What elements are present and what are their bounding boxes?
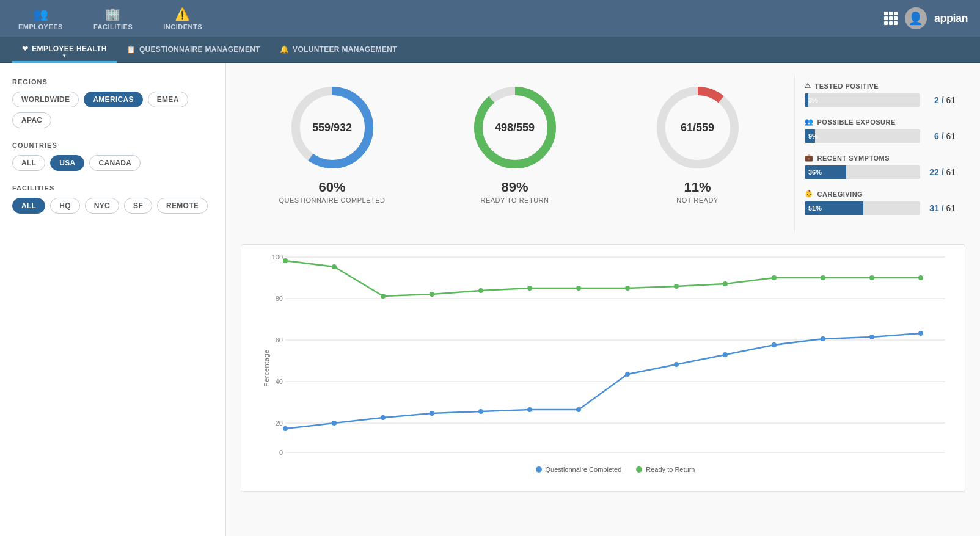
stat-caregiving-bg: 51%	[805, 201, 920, 215]
svg-text:11. May: 11. May	[323, 458, 345, 458]
line-chart: 100 80 60 40 20 0 10. May 11. May 12. Ma…	[272, 251, 959, 458]
nav-questionnaire-mgmt[interactable]: 📋 QUESTIONNAIRE MANAGEMENT	[117, 36, 270, 63]
stat-possible-exposure: 👥 POSSIBLE EXPOSURE 9% 6 / 61	[805, 118, 956, 143]
donut2-fraction: 498/559	[495, 121, 535, 134]
top-nav-items: 👥 EMPLOYEES 🏢 FACILITIES ⚠️ INCIDENTS	[12, 2, 884, 35]
legend-ready-label: Ready to Return	[646, 466, 695, 473]
blue-dot	[478, 409, 483, 414]
svg-text:13. May: 13. May	[421, 458, 443, 458]
svg-text:60: 60	[276, 336, 283, 344]
blue-dot	[430, 411, 434, 416]
incidents-icon: ⚠️	[175, 7, 191, 21]
donut-questionnaire-chart: 559/932	[287, 82, 378, 173]
blue-dot	[283, 426, 288, 431]
facility-remote[interactable]: REMOTE	[157, 198, 208, 214]
legend-questionnaire-label: Questionnaire Completed	[546, 466, 622, 473]
user-avatar[interactable]: 👤	[905, 7, 927, 29]
green-dot	[332, 264, 337, 269]
stat-tested-row: 3% 2 / 61	[805, 93, 956, 107]
stat-caregiving-value: 31 / 61	[925, 203, 956, 213]
main-layout: REGIONS WORLDWIDE AMERICAS EMEA APAC COU…	[0, 63, 980, 536]
stat-symptoms-header: 💼 RECENT SYMPTOMS	[805, 154, 956, 162]
country-all[interactable]: ALL	[12, 155, 45, 171]
svg-text:17. May: 17. May	[616, 458, 638, 458]
heart-icon: ❤	[22, 45, 28, 53]
region-americas[interactable]: AMERICAS	[84, 92, 142, 107]
stat-symptoms-value: 22 / 61	[925, 167, 956, 177]
donut1-label: QUESTIONNAIRE COMPLETED	[279, 197, 385, 204]
green-dot	[821, 275, 825, 280]
svg-text:100: 100	[272, 253, 283, 261]
stat-exposure-fill: 9%	[805, 129, 815, 143]
stat-exposure-bg: 9%	[805, 129, 920, 143]
region-emea[interactable]: EMEA	[148, 92, 188, 107]
green-line	[285, 261, 921, 296]
blue-dot	[527, 407, 532, 412]
legend-questionnaire-dot	[536, 466, 542, 473]
nav-employee-health[interactable]: ❤ EMPLOYEE HEALTH ▼	[12, 36, 117, 63]
regions-title: REGIONS	[12, 78, 213, 85]
stat-caregiving-row: 51% 31 / 61	[805, 201, 956, 215]
chart-legend: Questionnaire Completed Ready to Return	[272, 466, 959, 473]
stat-exposure-value: 6 / 61	[925, 131, 956, 141]
blue-dot	[381, 415, 386, 420]
donut-ready-chart: 498/559	[469, 82, 561, 173]
nav-employee-health-label: EMPLOYEE HEALTH	[32, 45, 106, 53]
svg-text:21. May: 21. May	[812, 458, 834, 458]
region-apac[interactable]: APAC	[12, 112, 51, 128]
countries-buttons: ALL USA CANADA	[12, 155, 213, 171]
nav-facilities[interactable]: 🏢 FACILITIES	[87, 2, 139, 35]
donut1-fraction: 559/932	[312, 121, 352, 134]
dropdown-arrow-icon: ▼	[62, 53, 67, 59]
avatar-icon: 👤	[908, 11, 923, 26]
svg-text:22. May: 22. May	[861, 458, 883, 458]
blue-dot	[723, 352, 728, 357]
stat-caregiving-header: 👶 CAREGIVING	[805, 190, 956, 198]
legend-ready: Ready to Return	[636, 466, 695, 473]
facility-hq[interactable]: HQ	[50, 198, 80, 214]
stat-caregiving: 👶 CAREGIVING 51% 31 / 61	[805, 190, 956, 215]
charts-row: 559/932 60% QUESTIONNAIRE COMPLETED 498/…	[241, 76, 965, 232]
nav-incidents[interactable]: ⚠️ INCIDENTS	[157, 2, 208, 35]
stat-symptoms-row: 36% 22 / 61	[805, 165, 956, 179]
top-nav: 👥 EMPLOYEES 🏢 FACILITIES ⚠️ INCIDENTS 👤 …	[0, 0, 980, 37]
content-area: 559/932 60% QUESTIONNAIRE COMPLETED 498/…	[226, 63, 980, 536]
facility-nyc[interactable]: NYC	[85, 198, 119, 214]
green-dot	[283, 258, 288, 263]
donut-notready: 61/559 11% NOT READY	[606, 76, 789, 210]
donut-questionnaire: 559/932 60% QUESTIONNAIRE COMPLETED	[241, 76, 423, 210]
country-canada[interactable]: CANADA	[89, 155, 141, 171]
stat-exposure-pct: 9%	[808, 132, 818, 140]
country-usa[interactable]: USA	[50, 155, 84, 171]
apps-grid-icon[interactable]	[884, 12, 898, 25]
caregiving-icon: 👶	[805, 190, 814, 198]
legend-ready-dot	[636, 466, 642, 473]
nav-employees[interactable]: 👥 EMPLOYEES	[12, 2, 69, 35]
stat-caregiving-fill: 51%	[805, 201, 863, 215]
stat-exposure-row: 9% 6 / 61	[805, 129, 956, 143]
green-dot	[869, 275, 874, 280]
green-dot	[527, 286, 532, 291]
blue-dot	[625, 372, 630, 377]
donut3-fraction: 61/559	[681, 121, 714, 134]
facility-all[interactable]: ALL	[12, 198, 45, 214]
nav-volunteer-mgmt[interactable]: 🔔 VOLUNTEER MANAGEMENT	[270, 36, 407, 63]
sidebar: REGIONS WORLDWIDE AMERICAS EMEA APAC COU…	[0, 63, 226, 536]
stat-tested-value: 2 / 61	[925, 95, 956, 105]
stat-tested-pct: 3%	[808, 96, 818, 104]
region-worldwide[interactable]: WORLDWIDE	[12, 92, 79, 107]
donut3-pct: 11%	[684, 179, 711, 195]
warning-icon: ⚠	[805, 82, 811, 90]
nav-questionnaire-label: QUESTIONNAIRE MANAGEMENT	[139, 45, 260, 54]
clipboard-icon: 📋	[126, 45, 136, 54]
stat-symptoms-label: RECENT SYMPTOMS	[817, 154, 890, 162]
stat-symptoms-fill: 36%	[805, 165, 846, 179]
stat-exposure-label: POSSIBLE EXPOSURE	[817, 118, 896, 126]
stat-tested-header: ⚠ TESTED POSITIVE	[805, 82, 956, 90]
donut-ready: 498/559 89% READY TO RETURN	[423, 76, 606, 210]
facility-sf[interactable]: SF	[124, 198, 152, 214]
green-dot	[625, 286, 630, 291]
donut3-label: NOT READY	[676, 197, 718, 204]
green-dot	[381, 294, 386, 299]
stat-symptoms-pct: 36%	[808, 168, 822, 176]
